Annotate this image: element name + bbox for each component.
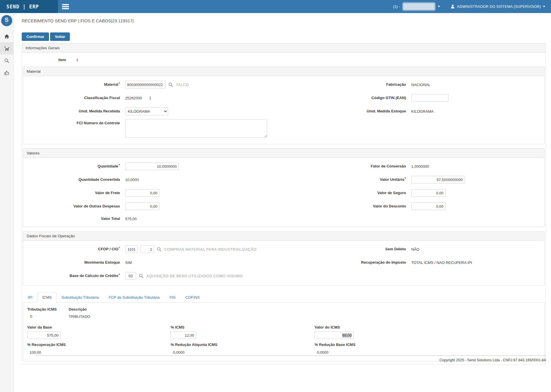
material-input[interactable] [125,81,166,88]
fabricacao-label: Fabricação [284,82,411,87]
cfop-cio-label: CFOP / CIO* [23,247,125,251]
send-logo: Serp [1,15,12,26]
unid-medida-estoque-label: Unid. Medida Estoque [284,109,411,114]
item-value: 1 [76,58,78,62]
descricao-value: TRIBUTADO [69,314,90,319]
thumbs-up-icon [4,70,10,76]
company-index-label: (1) - [393,4,400,9]
sidebar-item-approvals[interactable] [0,67,13,79]
valor-frete-input[interactable] [125,189,159,197]
copyright-footer: Copyright 2025 - Send Solutions Ltda - C… [35,355,546,362]
material-panel: Material Material* TALCO [23,67,545,144]
required-asterisk: * [118,246,120,250]
user-menu[interactable]: ADMINISTRADOR DO SISTEMA (SUPERVISOR) [450,4,545,9]
valor-base-input[interactable] [27,331,61,339]
gtin-label: Código GTIN (EAN) [284,96,411,100]
unid-medida-estoque-value: KILOGRAMA [411,109,434,114]
unid-medida-recebida-select[interactable]: KILOGRAMA [125,107,168,115]
confirm-button[interactable]: Confirmar [22,32,49,41]
caret-down-icon [543,6,545,7]
sidebar-item-home[interactable] [0,30,13,42]
tab-substituicao-tributaria[interactable]: Substituição Tributária [56,292,104,302]
base-calculo-credito-input[interactable] [125,272,136,280]
valor-outras-despesas-input[interactable] [125,203,159,210]
required-asterisk: * [118,163,120,167]
fator-conversao-value: 1,0000000 [411,164,429,169]
movimenta-estoque-label: Movimenta Estoque [23,260,125,265]
cfop-input[interactable] [125,245,138,253]
quantidade-convertida-value: 10,0000 [125,178,139,182]
recuperacao-imposto-label: Recuperação do Imposto [284,260,411,265]
material-label: Material* [23,82,125,87]
tab-pis[interactable]: PIS [165,292,180,302]
icms-tab-panel: Tributação ICMS Descrição 0 TRIBUTADO Va… [23,302,545,361]
company-selector[interactable] [403,3,435,10]
app-brand: SEND | ERP [0,0,58,13]
valor-unitario-input[interactable] [411,176,465,183]
dados-fiscais-panel: Dados Fiscais de Operação CFOP / CIO* CO… [23,231,545,286]
pct-reducao-aliquota-label: % Redução Alíquota ICMS [171,342,315,347]
sidebar-item-search[interactable] [0,54,13,67]
valor-desconto-label: Valor do Desconto [284,204,411,209]
tax-tabs: IPI ICMS Substituição Tributária FCP de … [23,292,545,302]
tab-fcp-substituicao-tributaria[interactable]: FCP de Substituição Tributária [104,292,165,302]
base-credito-description: AQUISIÇÃO DE BENS UTILIZADOS COMO INSUMO [146,274,243,278]
fator-conversao-label: Fator de Conversão [284,164,411,169]
valor-seguro-input[interactable] [411,189,446,197]
cfop-lookup-magnifier-icon[interactable] [156,247,162,252]
sem-debito-value: NÃO [411,247,419,251]
cio-input[interactable] [140,245,154,253]
cfop-description: COMPRAS MATERIAL PARA INDUSTRIALIZAÇÃO [164,247,257,251]
valor-total-label: Valor Total [23,216,125,221]
tab-ipi[interactable]: IPI [23,292,37,302]
valor-desconto-input[interactable] [411,203,446,210]
tributacao-icms-value: 0 [27,314,69,319]
pct-reducao-base-label: % Redução Base ICMS [315,342,540,347]
tab-icms[interactable]: ICMS [37,292,57,302]
pct-reducao-aliquota-value: 0,0000 [171,350,315,355]
user-name-label: ADMINISTRADOR DO SISTEMA (SUPERVISOR) [457,5,541,9]
back-button[interactable]: Voltar [50,32,70,41]
material-description: TALCO [176,83,189,87]
menu-toggle-button[interactable] [58,0,73,13]
tab-cofins[interactable]: COFINS [180,292,205,302]
gtin-input[interactable] [411,94,448,102]
material-header: Material [23,67,544,76]
general-info-panel: Informações Gerais Item 1 Material Mater… [22,43,546,364]
redacted-supplier-name [136,17,179,24]
valor-icms-selected-text: 69,00 [342,333,352,338]
required-asterisk: * [118,273,120,277]
classificacao-fiscal-extra: 1 [149,96,151,100]
valores-panel: Valores Quantidade* Fator de Conversão 1… [23,148,545,227]
unid-medida-recebida-label: Unid. Medida Recebida [23,109,125,114]
home-icon [4,34,10,39]
required-asterisk: * [118,82,120,86]
quantidade-convertida-label: Quantidade Convertida [23,177,125,182]
caret-down-icon [438,6,440,7]
hamburger-icon [62,3,69,10]
pct-recuperacao-icms-value: 100,00 [27,350,171,355]
descricao-header: Descrição [69,307,87,311]
fci-textarea[interactable] [125,119,267,138]
base-calculo-credito-label: Base de Cálculo de Crédito* [23,274,125,278]
material-lookup-magnifier-icon[interactable] [168,82,174,87]
search-icon [4,58,10,63]
valor-icms-input[interactable]: 69,00 [315,331,354,339]
pct-icms-input[interactable] [171,331,196,339]
pct-reducao-base-value: 0,0000 [315,350,540,355]
required-asterisk: * [405,177,406,181]
dados-fiscais-header: Dados Fiscais de Operação [23,231,544,241]
general-info-header: Informações Gerais [22,43,545,53]
base-credito-lookup-magnifier-icon[interactable] [138,273,144,279]
sidebar-item-purchases[interactable] [0,42,13,54]
valor-frete-label: Valor de Frete [23,191,125,195]
valor-icms-label: Valor do ICMS [315,325,540,329]
valor-seguro-label: Valor de Seguro [284,191,411,195]
sem-debito-label: Sem Débito [284,247,411,251]
action-toolbar: Confirmar Voltar [22,32,546,41]
valores-header: Valores [23,149,544,158]
quantidade-input[interactable] [125,163,179,170]
pct-icms-label: % ICMS [171,325,315,329]
movimenta-estoque-value: SIM [125,260,132,265]
fci-label: FCI Número de Controle [23,119,125,125]
